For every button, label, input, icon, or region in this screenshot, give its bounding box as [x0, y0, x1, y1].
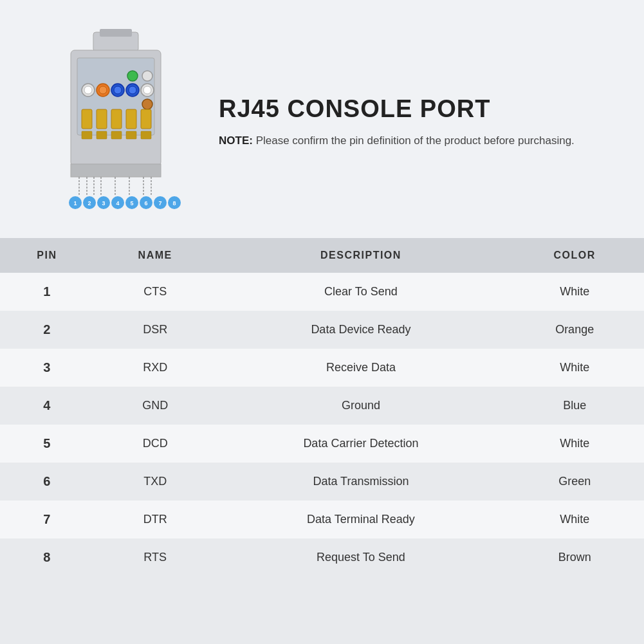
svg-rect-18: [97, 109, 107, 129]
top-section: 1 2 3 4 5 6 7 8 RJ45 CONSOLE PORT NOTE: …: [0, 0, 644, 238]
svg-rect-23: [97, 131, 107, 139]
cell-name: RTS: [94, 538, 217, 576]
col-color: COLOR: [505, 238, 644, 273]
cell-description: Data Device Ready: [217, 311, 506, 349]
table-row: 4GNDGroundBlue: [0, 387, 644, 425]
cell-pin: 2: [0, 311, 94, 349]
table-body: 1CTSClear To SendWhite2DSRData Device Re…: [0, 273, 644, 576]
page: 1 2 3 4 5 6 7 8 RJ45 CONSOLE PORT NOTE: …: [0, 0, 644, 644]
svg-text:4: 4: [116, 200, 119, 207]
svg-text:1: 1: [73, 200, 77, 207]
cell-description: Clear To Send: [217, 273, 506, 311]
cell-color: White: [505, 501, 644, 538]
svg-rect-20: [126, 109, 136, 129]
col-pin: PIN: [0, 238, 94, 273]
table-row: 7DTRData Terminal ReadyWhite: [0, 501, 644, 538]
table-row: 6TXDData TransmissionGreen: [0, 463, 644, 501]
table-row: 8RTSRequest To SendBrown: [0, 538, 644, 576]
svg-rect-25: [126, 131, 136, 139]
cell-name: RXD: [94, 349, 217, 387]
table-row: 1CTSClear To SendWhite: [0, 273, 644, 311]
cell-color: White: [505, 349, 644, 387]
svg-point-9: [114, 86, 122, 94]
cell-pin: 5: [0, 425, 94, 463]
cell-pin: 4: [0, 387, 94, 425]
svg-point-5: [84, 86, 92, 94]
svg-point-13: [143, 86, 151, 94]
cell-pin: 1: [0, 273, 94, 311]
svg-text:3: 3: [102, 200, 105, 207]
cell-description: Data Carrier Detection: [217, 425, 506, 463]
svg-point-11: [129, 86, 136, 94]
cell-color: White: [505, 425, 644, 463]
svg-text:6: 6: [144, 200, 147, 207]
svg-rect-21: [141, 109, 151, 129]
cell-pin: 8: [0, 538, 94, 576]
col-name: NAME: [94, 238, 217, 273]
svg-point-16: [142, 99, 152, 109]
cell-pin: 7: [0, 501, 94, 538]
cell-pin: 6: [0, 463, 94, 501]
cell-name: GND: [94, 387, 217, 425]
svg-point-15: [142, 71, 152, 81]
note-label: NOTE:: [219, 134, 253, 147]
cell-name: TXD: [94, 463, 217, 501]
cell-name: DCD: [94, 425, 217, 463]
cell-color: Brown: [505, 538, 644, 576]
svg-rect-19: [111, 109, 122, 129]
note-body: Please confirm the pin definition of the…: [256, 134, 575, 147]
table-section: PIN NAME DESCRIPTION COLOR 1CTSClear To …: [0, 238, 644, 644]
cell-name: DTR: [94, 501, 217, 538]
svg-point-7: [99, 86, 107, 94]
cell-description: Ground: [217, 387, 506, 425]
svg-point-14: [127, 71, 138, 81]
cell-description: Request To Send: [217, 538, 506, 576]
svg-rect-26: [141, 131, 151, 139]
note-text: NOTE: Please confirm the pin definition …: [219, 132, 605, 149]
cell-pin: 3: [0, 349, 94, 387]
cell-color: Green: [505, 463, 644, 501]
cell-name: CTS: [94, 273, 217, 311]
pin-table: PIN NAME DESCRIPTION COLOR 1CTSClear To …: [0, 238, 644, 576]
svg-rect-24: [111, 131, 122, 139]
header-row: PIN NAME DESCRIPTION COLOR: [0, 238, 644, 273]
table-row: 2DSRData Device ReadyOrange: [0, 311, 644, 349]
cell-description: Data Terminal Ready: [217, 501, 506, 538]
cell-color: Blue: [505, 387, 644, 425]
page-title: RJ45 CONSOLE PORT: [219, 95, 605, 123]
svg-rect-27: [71, 164, 161, 177]
table-row: 3RXDReceive DataWhite: [0, 349, 644, 387]
cell-color: White: [505, 273, 644, 311]
table-header: PIN NAME DESCRIPTION COLOR: [0, 238, 644, 273]
svg-text:8: 8: [172, 200, 176, 207]
cell-description: Receive Data: [217, 349, 506, 387]
svg-rect-17: [82, 109, 92, 129]
col-description: DESCRIPTION: [217, 238, 506, 273]
svg-rect-22: [82, 131, 92, 139]
svg-text:2: 2: [87, 200, 91, 207]
svg-rect-1: [100, 29, 132, 37]
svg-text:7: 7: [158, 200, 161, 207]
cell-description: Data Transmission: [217, 463, 506, 501]
connector-svg: 1 2 3 4 5 6 7 8: [45, 26, 187, 219]
info-section: RJ45 CONSOLE PORT NOTE: Please confirm t…: [219, 95, 605, 149]
table-row: 5DCDData Carrier DetectionWhite: [0, 425, 644, 463]
svg-text:5: 5: [130, 200, 133, 207]
cell-color: Orange: [505, 311, 644, 349]
cell-name: DSR: [94, 311, 217, 349]
connector-illustration: 1 2 3 4 5 6 7 8: [39, 26, 193, 219]
